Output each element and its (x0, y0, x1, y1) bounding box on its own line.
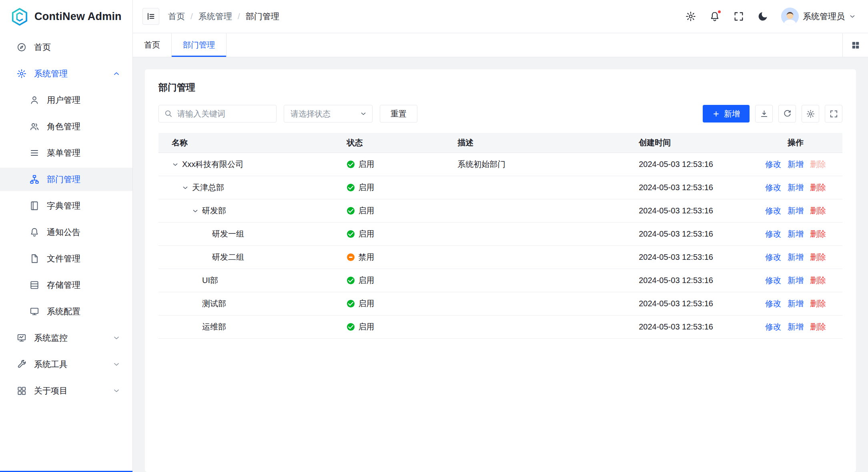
logo-hexagon-icon (10, 8, 29, 26)
chevron-down-icon (360, 110, 367, 117)
chevron-down-icon (112, 387, 120, 395)
page-title: 部门管理 (158, 81, 842, 94)
toolbar-right: 新增 (703, 105, 842, 123)
column-settings-button[interactable] (802, 105, 819, 123)
add-link[interactable]: 新增 (788, 229, 804, 239)
sidebar-item-label: 角色管理 (47, 121, 80, 132)
add-button[interactable]: 新增 (703, 105, 750, 123)
notification-bell-icon[interactable] (709, 11, 720, 22)
refresh-icon (783, 109, 792, 119)
breadcrumb-home[interactable]: 首页 (168, 11, 185, 22)
delete-link[interactable]: 删除 (810, 298, 826, 309)
users-icon (29, 121, 40, 132)
sidebar-item-system-monitor[interactable]: 系统监控 (0, 326, 132, 349)
sidebar-item-storage-management[interactable]: 存储管理 (0, 273, 132, 297)
monitor-icon (29, 306, 40, 317)
tab-dept-management[interactable]: 部门管理 (172, 33, 227, 57)
dept-name: 测试部 (202, 298, 226, 309)
sidebar-item-system-tools[interactable]: 系统工具 (0, 353, 132, 376)
delete-link[interactable]: 删除 (810, 321, 826, 332)
sidebar-item-label: 首页 (34, 42, 51, 53)
sidebar-item-notice[interactable]: 通知公告 (0, 221, 132, 244)
reset-button[interactable]: 重置 (380, 105, 417, 123)
add-link[interactable]: 新增 (788, 298, 804, 309)
file-icon (29, 253, 40, 264)
fullscreen-icon[interactable] (733, 11, 744, 22)
settings-gear-icon[interactable] (685, 11, 696, 22)
col-header-status: 状态 (334, 137, 445, 148)
refresh-button[interactable] (778, 105, 796, 123)
delete-link[interactable]: 删除 (810, 182, 826, 193)
add-link[interactable]: 新增 (788, 159, 804, 170)
sidebar-item-dept-management[interactable]: 部门管理 (0, 168, 132, 191)
sidebar-item-system-config[interactable]: 系统配置 (0, 300, 132, 323)
page-content: 部门管理 请选择状态 重置 (133, 57, 868, 472)
dashboard-icon (16, 42, 27, 52)
breadcrumb-system[interactable]: 系统管理 (198, 11, 232, 22)
user-name: 系统管理员 (803, 11, 845, 22)
sidebar-item-label: 系统监控 (34, 332, 68, 343)
edit-link[interactable]: 修改 (765, 321, 781, 332)
keyword-input[interactable] (158, 105, 277, 123)
sidebar-item-dict-management[interactable]: 字典管理 (0, 194, 132, 217)
sidebar-item-file-management[interactable]: 文件管理 (0, 247, 132, 270)
dark-mode-moon-icon[interactable] (757, 11, 768, 22)
avatar (781, 8, 799, 25)
sidebar-item-about-project[interactable]: 关于项目 (0, 379, 132, 402)
notification-badge (717, 10, 722, 14)
dept-desc: 系统初始部门 (444, 159, 625, 170)
table-row: UI部 启用 2024-05-03 12:53:16 修改 新增 删除 (158, 269, 842, 292)
add-link[interactable]: 新增 (788, 205, 804, 216)
row-collapse-icon[interactable] (182, 184, 192, 191)
tab-options-button[interactable] (842, 33, 868, 57)
sidebar-item-label: 用户管理 (47, 94, 80, 106)
delete-link[interactable]: 删除 (810, 252, 826, 263)
row-collapse-icon[interactable] (192, 207, 202, 215)
created-time: 2024-05-03 12:53:16 (625, 206, 749, 215)
delete-link[interactable]: 删除 (810, 275, 826, 286)
collapse-sidebar-button[interactable] (142, 8, 159, 25)
status-label: 启用 (359, 159, 375, 170)
delete-link[interactable]: 删除 (810, 205, 826, 216)
edit-link[interactable]: 修改 (765, 275, 781, 286)
col-header-created: 创建时间 (625, 137, 749, 148)
sidebar-item-role-management[interactable]: 角色管理 (0, 115, 132, 138)
status-select[interactable]: 请选择状态 (284, 105, 373, 123)
add-link[interactable]: 新增 (788, 252, 804, 263)
edit-link[interactable]: 修改 (765, 159, 781, 170)
sidebar-item-home[interactable]: 首页 (0, 36, 132, 59)
table-fullscreen-button[interactable] (825, 105, 842, 123)
created-time: 2024-05-03 12:53:16 (625, 253, 749, 262)
tab-home[interactable]: 首页 (133, 33, 172, 57)
edit-link[interactable]: 修改 (765, 298, 781, 309)
app-logo[interactable]: ContiNew Admin (0, 0, 132, 33)
apps-grid-icon (851, 41, 860, 50)
sidebar: ContiNew Admin 首页 系统管理 (0, 0, 133, 472)
add-link[interactable]: 新增 (788, 321, 804, 332)
dept-name: 运维部 (202, 321, 226, 332)
user-icon (29, 95, 40, 105)
edit-link[interactable]: 修改 (765, 205, 781, 216)
download-icon (760, 109, 769, 119)
edit-link[interactable]: 修改 (765, 252, 781, 263)
row-collapse-icon[interactable] (172, 161, 182, 168)
gear-icon (806, 109, 815, 119)
sidebar-item-system-management[interactable]: 系统管理 (0, 62, 132, 85)
dept-name: Xxx科技有限公司 (182, 159, 243, 170)
grid-icon (16, 386, 27, 396)
delete-link[interactable]: 删除 (810, 229, 826, 239)
status-enabled-icon (347, 207, 355, 215)
created-time: 2024-05-03 12:53:16 (625, 322, 749, 331)
breadcrumb-current: 部门管理 (246, 11, 279, 22)
edit-link[interactable]: 修改 (765, 182, 781, 193)
sidebar-item-user-management[interactable]: 用户管理 (0, 88, 132, 112)
add-link[interactable]: 新增 (788, 275, 804, 286)
dept-name: 研发一组 (212, 229, 244, 239)
sidebar-item-menu-management[interactable]: 菜单管理 (0, 141, 132, 165)
status-label: 启用 (359, 205, 375, 216)
top-header: 首页 / 系统管理 / 部门管理 (133, 0, 868, 33)
export-button[interactable] (755, 105, 773, 123)
add-link[interactable]: 新增 (788, 182, 804, 193)
user-menu[interactable]: 系统管理员 (781, 8, 856, 25)
edit-link[interactable]: 修改 (765, 229, 781, 239)
